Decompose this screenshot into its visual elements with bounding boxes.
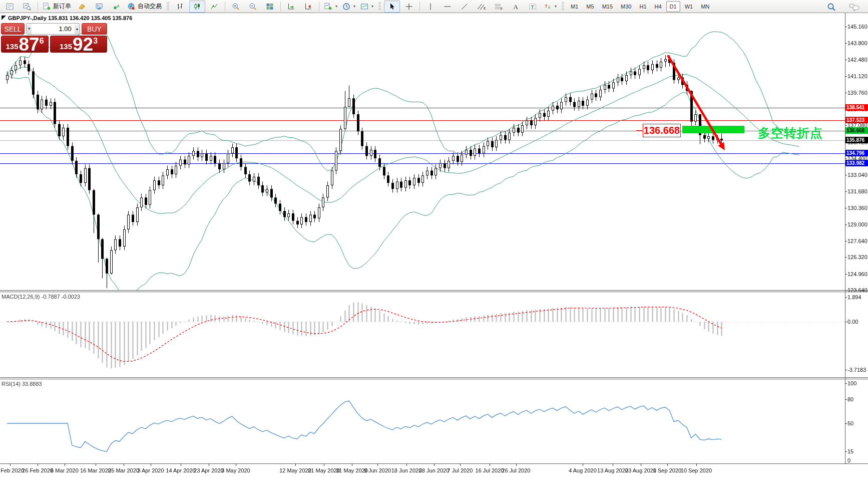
- toolbar-separator: [319, 2, 319, 12]
- chart-shift-button[interactable]: [300, 1, 316, 13]
- buy-button[interactable]: BUY: [82, 23, 107, 35]
- symbol-period-label: GBPJPY-,Daily: [8, 15, 47, 21]
- volume-increase-button[interactable]: ▲: [75, 24, 80, 34]
- chart-list-button[interactable]: [2, 1, 18, 13]
- autotrading-button[interactable]: 自动交易: [125, 1, 164, 13]
- buy-price[interactable]: 135 92 3: [50, 36, 107, 53]
- chart-canvas[interactable]: [0, 0, 868, 477]
- line-chart-button[interactable]: [206, 1, 222, 13]
- sell-button[interactable]: SELL: [1, 23, 25, 35]
- price-tag: 136.668: [845, 127, 868, 134]
- profile-button[interactable]: [19, 1, 35, 13]
- autotrading-icon: [127, 3, 136, 11]
- cursor-icon: [388, 3, 396, 11]
- templates-button[interactable]: ▾: [358, 1, 375, 13]
- dropdown-caret-icon: ▾: [555, 4, 557, 9]
- crosshair-button[interactable]: [401, 1, 417, 13]
- timeframe-h1-button[interactable]: H1: [636, 1, 650, 12]
- chart-shift-icon: [304, 3, 312, 11]
- chart-list-icon: [6, 3, 14, 11]
- timeframe-mn-button[interactable]: MN: [697, 1, 713, 12]
- vline-icon: [427, 3, 434, 11]
- sell-price-point: 6: [40, 37, 44, 46]
- chart-title: GBPJPY-,Daily 135.831 136.420 135.405 13…: [8, 15, 132, 21]
- price-axis-label: 127.640: [847, 238, 867, 244]
- channel-button[interactable]: E: [474, 1, 490, 13]
- toolbar-separator: [419, 2, 420, 12]
- new-order-button[interactable]: 新订单: [41, 1, 73, 13]
- arrows-button[interactable]: ▾: [542, 1, 559, 13]
- volume-decrease-button[interactable]: ▼: [27, 24, 32, 34]
- fibonacci-icon: F: [494, 3, 503, 11]
- buy-price-figure: 135: [60, 42, 72, 51]
- date-label: 9 Jun 2020: [364, 467, 391, 473]
- timeframe-h4-button[interactable]: H4: [651, 1, 665, 12]
- trendline-button[interactable]: [457, 1, 473, 13]
- zoom-in-button[interactable]: [228, 1, 244, 13]
- vline-button[interactable]: [422, 1, 439, 13]
- date-label: 16 Mar 2020: [80, 467, 111, 473]
- timeframe-m15-button[interactable]: M15: [599, 1, 616, 12]
- price-tag: 138.541: [845, 104, 868, 111]
- zoom-out-button[interactable]: [245, 1, 261, 13]
- candlestick-button[interactable]: [189, 1, 205, 13]
- toolbar-right-group: [823, 1, 863, 13]
- channel-icon: E: [477, 3, 486, 11]
- toolbar-grip: [562, 2, 564, 11]
- svg-text:A: A: [514, 3, 519, 10]
- toolbar-grip: [167, 2, 169, 11]
- dropdown-caret-icon: ▾: [353, 4, 355, 9]
- price-axis-label: 143.800: [847, 40, 867, 46]
- periods-button[interactable]: ▾: [340, 1, 357, 13]
- date-label: 26 Jul 2020: [502, 467, 531, 473]
- sell-price[interactable]: 135 87 6: [1, 36, 49, 53]
- tile-windows-button[interactable]: [262, 1, 278, 13]
- toolbar-separator: [225, 2, 225, 12]
- macd-axis-label: 0.00: [847, 319, 858, 325]
- search-icon[interactable]: [823, 1, 839, 13]
- level-price-label[interactable]: 136.668: [643, 124, 681, 137]
- macd-axis-label: 1.894: [847, 294, 861, 300]
- one-click-toggle-icon[interactable]: [2, 16, 6, 20]
- metaeditor-button[interactable]: [91, 1, 107, 13]
- date-label: 31 May 2020: [336, 467, 368, 473]
- macd-axis-label: -3.7183: [847, 367, 866, 373]
- trendline-icon: [461, 3, 469, 11]
- date-label: 13 Aug 2020: [597, 467, 628, 473]
- fibonacci-button[interactable]: F: [491, 1, 507, 13]
- price-tag: 137.523: [845, 117, 868, 123]
- indicators-button[interactable]: ▾: [322, 1, 339, 13]
- indicators-icon: [324, 3, 332, 11]
- zoom-in-icon: [232, 3, 240, 11]
- cursor-button[interactable]: [384, 1, 400, 13]
- timeframe-d1-button[interactable]: D1: [666, 1, 680, 12]
- price-axis-label: 142.480: [847, 57, 867, 63]
- new-order-icon: [43, 3, 51, 11]
- hline-button[interactable]: [440, 1, 456, 13]
- price-axis-label: 141.120: [847, 73, 867, 79]
- turning-point-note[interactable]: 多空转折点: [758, 125, 823, 141]
- profile-icon: [23, 3, 31, 11]
- timeframe-w1-button[interactable]: W1: [681, 1, 697, 12]
- ohlc-values: 135.831 136.420 135.405 135.876: [48, 15, 132, 21]
- price-tag: 134.796: [845, 150, 868, 156]
- label-button[interactable]: T: [525, 1, 541, 13]
- periods-icon: [342, 3, 350, 11]
- market-book-button[interactable]: [74, 1, 90, 13]
- bar-chart-button[interactable]: [172, 1, 188, 13]
- timeframe-m5-button[interactable]: M5: [583, 1, 597, 12]
- price-axis-label: 126.320: [847, 254, 867, 260]
- chat-icon[interactable]: [846, 1, 862, 13]
- volume-stepper: ▼ ▲: [26, 23, 80, 35]
- tile-windows-icon: [266, 3, 274, 11]
- auto-scroll-button[interactable]: [283, 1, 299, 13]
- timeframe-m1-button[interactable]: M1: [567, 1, 582, 12]
- label-icon: T: [529, 3, 537, 11]
- timeframe-m30-button[interactable]: M30: [617, 1, 635, 12]
- one-click-trading-panel: SELL ▼ ▲ BUY 135 87 6 135 92 3: [1, 23, 107, 53]
- dropdown-caret-icon: ▾: [335, 4, 337, 9]
- signals-button[interactable]: [108, 1, 124, 13]
- market-book-icon: [78, 3, 86, 11]
- text-button[interactable]: A: [508, 1, 524, 13]
- volume-input[interactable]: [32, 24, 75, 34]
